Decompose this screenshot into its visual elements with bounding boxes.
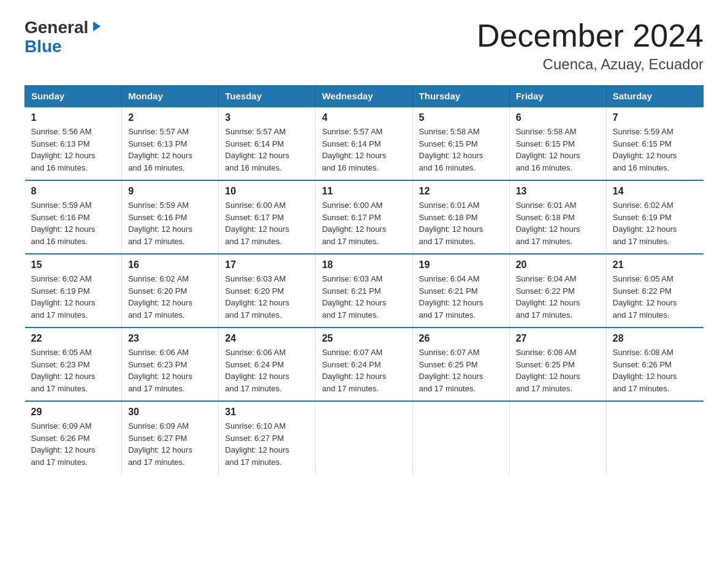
calendar-cell (412, 401, 509, 475)
calendar-cell: 14Sunrise: 6:02 AMSunset: 6:19 PMDayligh… (606, 180, 703, 254)
day-number: 4 (322, 112, 406, 123)
day-number: 17 (225, 259, 309, 270)
day-info: Sunrise: 5:58 AMSunset: 6:15 PMDaylight:… (419, 126, 503, 174)
calendar-cell (509, 401, 606, 475)
calendar-week-row: 22Sunrise: 6:05 AMSunset: 6:23 PMDayligh… (25, 327, 703, 401)
calendar-week-row: 29Sunrise: 6:09 AMSunset: 6:26 PMDayligh… (25, 401, 703, 475)
day-number: 25 (322, 333, 406, 344)
day-info: Sunrise: 6:07 AMSunset: 6:24 PMDaylight:… (322, 347, 406, 394)
calendar-week-row: 15Sunrise: 6:02 AMSunset: 6:19 PMDayligh… (25, 254, 703, 327)
calendar-cell: 18Sunrise: 6:03 AMSunset: 6:21 PMDayligh… (316, 254, 412, 327)
day-info: Sunrise: 6:04 AMSunset: 6:21 PMDaylight:… (419, 273, 503, 321)
day-info: Sunrise: 6:03 AMSunset: 6:21 PMDaylight:… (322, 273, 406, 321)
title-area: December 2024 Cuenca, Azuay, Ecuador (477, 18, 703, 73)
day-info: Sunrise: 6:05 AMSunset: 6:23 PMDaylight:… (31, 347, 116, 394)
logo: General Blue (25, 18, 102, 56)
calendar-header-monday: Monday (122, 86, 219, 107)
day-info: Sunrise: 6:02 AMSunset: 6:19 PMDaylight:… (613, 199, 697, 247)
day-info: Sunrise: 6:06 AMSunset: 6:24 PMDaylight:… (225, 347, 309, 394)
calendar-cell: 31Sunrise: 6:10 AMSunset: 6:27 PMDayligh… (219, 401, 316, 475)
day-number: 21 (613, 259, 697, 270)
day-info: Sunrise: 6:02 AMSunset: 6:19 PMDaylight:… (31, 273, 116, 321)
calendar-cell: 13Sunrise: 6:01 AMSunset: 6:18 PMDayligh… (509, 180, 606, 254)
day-info: Sunrise: 5:59 AMSunset: 6:16 PMDaylight:… (128, 199, 212, 247)
calendar-cell: 20Sunrise: 6:04 AMSunset: 6:22 PMDayligh… (509, 254, 606, 327)
day-number: 28 (613, 333, 697, 344)
calendar-cell: 3Sunrise: 5:57 AMSunset: 6:14 PMDaylight… (219, 107, 316, 180)
calendar-cell: 8Sunrise: 5:59 AMSunset: 6:16 PMDaylight… (25, 180, 122, 254)
day-number: 20 (516, 259, 600, 270)
calendar-cell: 21Sunrise: 6:05 AMSunset: 6:22 PMDayligh… (606, 254, 703, 327)
calendar-cell (606, 401, 703, 475)
day-number: 16 (128, 259, 212, 270)
calendar-week-row: 1Sunrise: 5:56 AMSunset: 6:13 PMDaylight… (25, 107, 703, 180)
day-info: Sunrise: 5:57 AMSunset: 6:13 PMDaylight:… (128, 126, 212, 174)
day-number: 8 (31, 186, 116, 197)
calendar-cell: 17Sunrise: 6:03 AMSunset: 6:20 PMDayligh… (219, 254, 316, 327)
day-number: 7 (613, 112, 697, 123)
logo-blue-text: Blue (25, 37, 62, 56)
day-number: 24 (225, 333, 309, 344)
day-info: Sunrise: 6:02 AMSunset: 6:20 PMDaylight:… (128, 273, 212, 321)
svg-marker-0 (93, 21, 100, 31)
day-number: 11 (322, 186, 406, 197)
calendar-cell: 22Sunrise: 6:05 AMSunset: 6:23 PMDayligh… (25, 327, 122, 401)
calendar-header-saturday: Saturday (606, 86, 703, 107)
day-info: Sunrise: 5:59 AMSunset: 6:16 PMDaylight:… (31, 199, 116, 247)
day-number: 1 (31, 112, 116, 123)
day-number: 23 (128, 333, 212, 344)
calendar-cell: 15Sunrise: 6:02 AMSunset: 6:19 PMDayligh… (25, 254, 122, 327)
calendar-cell: 29Sunrise: 6:09 AMSunset: 6:26 PMDayligh… (25, 401, 122, 475)
day-info: Sunrise: 6:06 AMSunset: 6:23 PMDaylight:… (128, 347, 212, 394)
day-number: 13 (516, 186, 600, 197)
calendar-cell: 24Sunrise: 6:06 AMSunset: 6:24 PMDayligh… (219, 327, 316, 401)
day-number: 29 (31, 407, 116, 418)
day-info: Sunrise: 6:09 AMSunset: 6:26 PMDaylight:… (31, 420, 116, 468)
day-info: Sunrise: 6:04 AMSunset: 6:22 PMDaylight:… (516, 273, 600, 321)
calendar-cell: 23Sunrise: 6:06 AMSunset: 6:23 PMDayligh… (122, 327, 219, 401)
page-header: General Blue December 2024 Cuenca, Azuay… (25, 18, 703, 73)
day-info: Sunrise: 5:57 AMSunset: 6:14 PMDaylight:… (225, 126, 309, 174)
day-number: 22 (31, 333, 116, 344)
calendar-cell: 10Sunrise: 6:00 AMSunset: 6:17 PMDayligh… (219, 180, 316, 254)
day-info: Sunrise: 6:00 AMSunset: 6:17 PMDaylight:… (225, 199, 309, 247)
day-info: Sunrise: 5:56 AMSunset: 6:13 PMDaylight:… (31, 126, 116, 174)
logo-general-text: General (25, 18, 88, 37)
calendar-cell: 4Sunrise: 5:57 AMSunset: 6:14 PMDaylight… (316, 107, 412, 180)
page-title: December 2024 (477, 18, 703, 53)
day-number: 5 (419, 112, 503, 123)
day-number: 10 (225, 186, 309, 197)
day-info: Sunrise: 6:00 AMSunset: 6:17 PMDaylight:… (322, 199, 406, 247)
day-number: 9 (128, 186, 212, 197)
calendar-table: SundayMondayTuesdayWednesdayThursdayFrid… (25, 85, 703, 475)
day-number: 6 (516, 112, 600, 123)
calendar-header-sunday: Sunday (25, 86, 122, 107)
calendar-cell: 7Sunrise: 5:59 AMSunset: 6:15 PMDaylight… (606, 107, 703, 180)
day-number: 14 (613, 186, 697, 197)
calendar-cell: 1Sunrise: 5:56 AMSunset: 6:13 PMDaylight… (25, 107, 122, 180)
day-number: 26 (419, 333, 503, 344)
day-info: Sunrise: 6:05 AMSunset: 6:22 PMDaylight:… (613, 273, 697, 321)
calendar-cell: 27Sunrise: 6:08 AMSunset: 6:25 PMDayligh… (509, 327, 606, 401)
day-info: Sunrise: 6:01 AMSunset: 6:18 PMDaylight:… (419, 199, 503, 247)
day-info: Sunrise: 5:59 AMSunset: 6:15 PMDaylight:… (613, 126, 697, 174)
calendar-cell: 16Sunrise: 6:02 AMSunset: 6:20 PMDayligh… (122, 254, 219, 327)
day-info: Sunrise: 6:08 AMSunset: 6:25 PMDaylight:… (516, 347, 600, 394)
calendar-cell: 25Sunrise: 6:07 AMSunset: 6:24 PMDayligh… (316, 327, 412, 401)
day-number: 3 (225, 112, 309, 123)
calendar-cell: 26Sunrise: 6:07 AMSunset: 6:25 PMDayligh… (412, 327, 509, 401)
day-info: Sunrise: 6:01 AMSunset: 6:18 PMDaylight:… (516, 199, 600, 247)
calendar-cell: 5Sunrise: 5:58 AMSunset: 6:15 PMDaylight… (412, 107, 509, 180)
day-info: Sunrise: 5:58 AMSunset: 6:15 PMDaylight:… (516, 126, 600, 174)
calendar-cell: 30Sunrise: 6:09 AMSunset: 6:27 PMDayligh… (122, 401, 219, 475)
calendar-header-tuesday: Tuesday (219, 86, 316, 107)
calendar-header-friday: Friday (509, 86, 606, 107)
calendar-cell: 12Sunrise: 6:01 AMSunset: 6:18 PMDayligh… (412, 180, 509, 254)
calendar-cell: 28Sunrise: 6:08 AMSunset: 6:26 PMDayligh… (606, 327, 703, 401)
day-info: Sunrise: 6:03 AMSunset: 6:20 PMDaylight:… (225, 273, 309, 321)
logo-triangle-icon (89, 20, 102, 33)
day-info: Sunrise: 6:08 AMSunset: 6:26 PMDaylight:… (613, 347, 697, 394)
day-info: Sunrise: 6:09 AMSunset: 6:27 PMDaylight:… (128, 420, 212, 468)
calendar-cell: 11Sunrise: 6:00 AMSunset: 6:17 PMDayligh… (316, 180, 412, 254)
calendar-cell: 19Sunrise: 6:04 AMSunset: 6:21 PMDayligh… (412, 254, 509, 327)
